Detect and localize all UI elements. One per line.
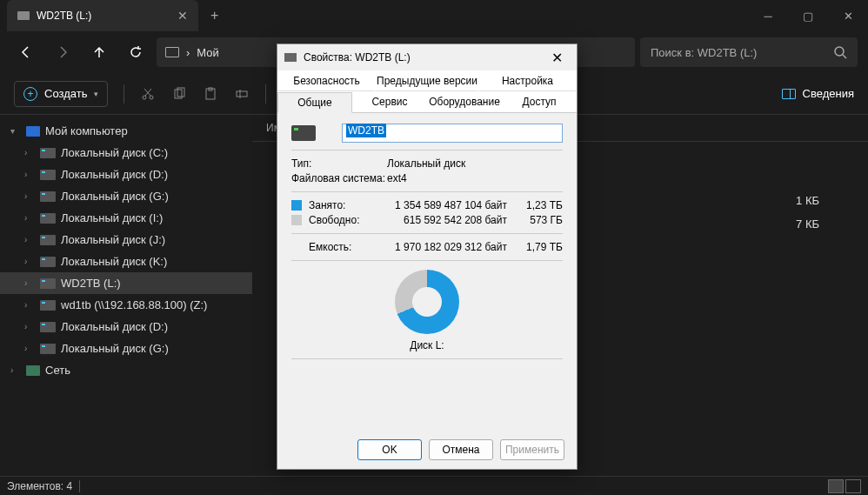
- item-count: Элементов: 4: [7, 480, 72, 492]
- back-button[interactable]: [10, 37, 42, 68]
- drive-name-input[interactable]: WD2TB: [342, 124, 563, 143]
- sidebar-drive-j[interactable]: ›Локальный диск (J:): [0, 229, 252, 251]
- chevron-right-icon: ›: [24, 322, 35, 331]
- chevron-right-icon: ›: [24, 257, 35, 266]
- dialog-buttons: OK Отмена Применить: [277, 431, 577, 469]
- properties-dialog: Свойства: WD2TB (L:) ✕ Безопасность Пред…: [277, 43, 578, 470]
- used-human: 1,23 ТБ: [519, 199, 563, 211]
- capacity-human: 1,79 ТБ: [519, 241, 563, 253]
- sidebar-item-label: Локальный диск (K:): [61, 255, 167, 268]
- chevron-down-icon: ▾: [94, 90, 98, 98]
- create-button[interactable]: + Создать ▾: [14, 81, 108, 107]
- monitor-icon: [165, 47, 179, 57]
- type-label: Тип:: [291, 157, 387, 170]
- separator: [265, 84, 266, 104]
- breadcrumb-segment[interactable]: Мой: [197, 46, 218, 59]
- sidebar-item-label: Локальный диск (G:): [61, 190, 169, 203]
- tab-title: WD2TB (L:): [37, 10, 170, 22]
- used-color-swatch: [291, 200, 302, 211]
- separator: [291, 150, 563, 151]
- disk-label: Диск L:: [291, 339, 563, 351]
- close-window-button[interactable]: ✕: [828, 0, 868, 31]
- create-label: Создать: [44, 87, 87, 100]
- icons-view-icon[interactable]: [845, 479, 861, 493]
- tab-security[interactable]: Безопасность: [277, 70, 376, 91]
- network-icon: [26, 365, 40, 376]
- sidebar-item-label: Локальный диск (I:): [61, 211, 163, 224]
- plus-icon: +: [23, 87, 37, 101]
- sidebar: ▾ Мой компьютер ›Локальный диск (C:) ›Ло…: [0, 115, 252, 476]
- sidebar-drive-g[interactable]: ›Локальный диск (G:): [0, 185, 252, 207]
- sidebar-item-label: Локальный диск (C:): [61, 146, 168, 159]
- svg-point-1: [143, 96, 146, 99]
- tab-previous-versions[interactable]: Предыдущие версии: [376, 70, 478, 91]
- cancel-button[interactable]: Отмена: [429, 439, 493, 460]
- close-dialog-button[interactable]: ✕: [544, 50, 570, 66]
- sidebar-item-label: Локальный диск (G:): [61, 342, 169, 355]
- chevron-down-icon: ▾: [10, 126, 21, 136]
- sidebar-drive-c[interactable]: ›Локальный диск (C:): [0, 142, 252, 164]
- apply-button[interactable]: Применить: [500, 439, 564, 460]
- paste-icon[interactable]: [203, 86, 218, 102]
- tab-general[interactable]: Общие: [277, 92, 352, 113]
- tab-tools[interactable]: Сервис: [352, 91, 427, 112]
- sidebar-item-label: Мой компьютер: [45, 124, 128, 137]
- search-icon: [833, 45, 847, 59]
- dialog-body: WD2TB Тип:Локальный диск Файловая систем…: [277, 113, 577, 431]
- copy-icon[interactable]: [171, 86, 187, 102]
- separator: [291, 260, 563, 261]
- sidebar-drive-i[interactable]: ›Локальный диск (I:): [0, 207, 252, 229]
- capacity-bytes: 1 970 182 029 312 байт: [375, 241, 519, 253]
- drive-icon: [17, 11, 30, 20]
- tab-sharing[interactable]: Доступ: [502, 91, 577, 112]
- up-button[interactable]: [83, 37, 115, 68]
- sidebar-drive-d2[interactable]: ›Локальный диск (D:): [0, 316, 252, 338]
- tab-customize[interactable]: Настройка: [478, 70, 577, 91]
- search-box[interactable]: Поиск в: WD2TB (L:): [640, 37, 858, 67]
- free-color-swatch: [291, 215, 302, 225]
- chevron-right-icon: ›: [24, 344, 35, 353]
- svg-point-0: [835, 47, 844, 56]
- view-mode-switcher: [828, 479, 861, 493]
- tab-hardware[interactable]: Оборудование: [427, 91, 502, 112]
- details-pane-button[interactable]: Сведения: [782, 87, 854, 100]
- network-drive-icon: [40, 300, 56, 311]
- minimize-button[interactable]: ─: [748, 0, 788, 31]
- drive-icon: [40, 257, 56, 267]
- dialog-titlebar[interactable]: Свойства: WD2TB (L:) ✕: [277, 44, 577, 70]
- sidebar-drive-g2[interactable]: ›Локальный диск (G:): [0, 338, 252, 359]
- sidebar-drive-z[interactable]: ›wd1tb (\\192.168.88.100) (Z:): [0, 294, 252, 316]
- separator: [291, 233, 563, 234]
- svg-rect-7: [237, 91, 247, 97]
- ok-button[interactable]: OK: [357, 439, 422, 460]
- sidebar-network[interactable]: ›Сеть: [0, 359, 252, 381]
- sidebar-item-label: wd1tb (\\192.168.88.100) (Z:): [61, 298, 207, 311]
- close-tab-icon[interactable]: ✕: [177, 9, 188, 23]
- used-bytes: 1 354 589 487 104 байт: [375, 199, 519, 211]
- sidebar-my-computer[interactable]: ▾ Мой компьютер: [0, 120, 252, 142]
- cut-icon[interactable]: [140, 86, 156, 102]
- filesystem-value: ext4: [387, 172, 563, 184]
- sidebar-drive-l[interactable]: ›WD2TB (L:): [0, 272, 252, 294]
- chevron-right-icon: ›: [24, 148, 35, 157]
- statusbar: Элементов: 4: [0, 476, 868, 495]
- free-bytes: 615 592 542 208 байт: [375, 214, 519, 226]
- sidebar-item-label: Сеть: [45, 364, 70, 377]
- chevron-right-icon: ›: [24, 213, 35, 223]
- used-label: Занято:: [309, 199, 375, 211]
- usage-pie-chart: [395, 270, 459, 334]
- separator: [124, 84, 124, 104]
- details-pane-icon: [782, 89, 796, 99]
- sidebar-drive-k[interactable]: ›Локальный диск (K:): [0, 251, 252, 272]
- sidebar-drive-d[interactable]: ›Локальный диск (D:): [0, 164, 252, 185]
- chevron-right-icon: ›: [24, 278, 35, 288]
- new-tab-button[interactable]: +: [210, 8, 218, 23]
- rename-icon[interactable]: [234, 86, 250, 102]
- refresh-button[interactable]: [120, 37, 151, 68]
- maximize-button[interactable]: ▢: [788, 0, 828, 31]
- details-view-icon[interactable]: [828, 479, 844, 493]
- forward-button[interactable]: [47, 37, 78, 68]
- browser-tab[interactable]: WD2TB (L:) ✕: [7, 0, 198, 31]
- drive-icon: [40, 191, 56, 202]
- drive-icon: [40, 278, 56, 289]
